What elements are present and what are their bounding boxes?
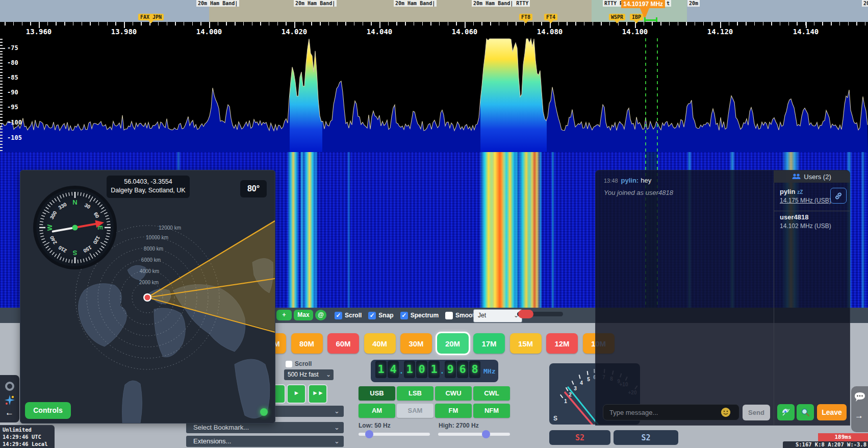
chat-toggle-rail: → bbox=[851, 386, 868, 432]
tuning-step-select[interactable]: 500 Hz fast ⌄ bbox=[284, 369, 334, 380]
checkbox-icon[interactable]: ✓ bbox=[400, 312, 408, 319]
checkbox-scroll[interactable]: ✓Scroll bbox=[335, 312, 362, 319]
mode-button-lsb[interactable]: LSB bbox=[397, 386, 433, 401]
mode-button-usb[interactable]: USB bbox=[359, 386, 395, 401]
checkbox-icon[interactable]: ✓ bbox=[368, 312, 376, 319]
scroll-checkbox[interactable]: Scroll bbox=[286, 360, 312, 367]
frequency-digit[interactable]: 6 bbox=[457, 361, 468, 378]
colormap-select[interactable]: Jet ⌄ bbox=[473, 309, 522, 322]
frequency-scale-strip[interactable]: 20m Ham Band|20m Ham Band|20m Ham Band|2… bbox=[0, 0, 868, 22]
db-axis-label: -75 bbox=[7, 44, 18, 52]
mode-button-cwl[interactable]: CWL bbox=[473, 386, 510, 401]
frequency-ruler[interactable]: 13.96013.98014.00014.02014.04014.06014.0… bbox=[0, 22, 868, 36]
waterfall-signal-streak bbox=[312, 152, 320, 308]
svg-text:1: 1 bbox=[564, 399, 567, 404]
gear-icon[interactable] bbox=[4, 381, 15, 392]
ruler-minor-tick bbox=[320, 22, 321, 26]
bookmark-ft4[interactable]: FT4 bbox=[544, 14, 557, 20]
distance-ring-label: 6000 km bbox=[141, 257, 161, 263]
band-button-40m[interactable]: 40M bbox=[364, 333, 396, 354]
filter-high-knob[interactable] bbox=[482, 430, 490, 438]
tune-step-button-2[interactable]: ►► bbox=[308, 384, 327, 404]
db-axis-tick bbox=[0, 60, 3, 61]
ruler-minor-tick bbox=[652, 22, 653, 26]
user-frequency[interactable]: 14.175 MHz (USB) bbox=[780, 197, 831, 204]
db-axis-tick bbox=[0, 87, 3, 88]
bookmark-ibp[interactable]: IBP bbox=[630, 14, 643, 20]
ruler-minor-tick bbox=[218, 22, 219, 26]
mode-button-nfm[interactable]: NFM bbox=[473, 404, 510, 418]
frequency-digit[interactable]: 1 bbox=[428, 361, 440, 378]
checkbox-spectrum[interactable]: ✓Spectrum bbox=[400, 312, 439, 319]
passband-edge-left[interactable] bbox=[644, 17, 646, 22]
frequency-digit[interactable]: 1 bbox=[404, 361, 415, 378]
checkbox-icon[interactable]: ✓ bbox=[335, 312, 342, 319]
frequency-separator[interactable]: . bbox=[399, 361, 403, 381]
band-button-15m[interactable]: 15M bbox=[510, 333, 542, 354]
tune-step-button-1[interactable]: ► bbox=[287, 384, 306, 404]
connection-status-dot bbox=[260, 408, 268, 416]
checkbox-icon[interactable] bbox=[445, 312, 453, 319]
send-button[interactable]: Send bbox=[743, 405, 770, 420]
bookmark-ft8[interactable]: FT8 bbox=[519, 14, 532, 20]
mode-button-cwu[interactable]: CWU bbox=[435, 386, 472, 401]
zoom-reset-button[interactable]: @ bbox=[315, 310, 326, 320]
passband-edge-right[interactable] bbox=[656, 17, 657, 22]
extensions-dropdown[interactable]: Extensions... ⌄ bbox=[186, 436, 344, 447]
frequency-separator[interactable]: . bbox=[440, 361, 444, 381]
zoom-in-button[interactable]: + bbox=[276, 310, 292, 320]
checkbox-snap[interactable]: ✓Snap bbox=[368, 312, 393, 319]
ruler-minor-tick bbox=[686, 22, 687, 26]
band-button-80m[interactable]: 80M bbox=[291, 333, 323, 354]
ruler-minor-tick bbox=[13, 22, 14, 26]
band-button-60m[interactable]: 60M bbox=[327, 333, 359, 354]
ruler-minor-tick bbox=[133, 22, 134, 26]
ruler-minor-tick bbox=[184, 22, 185, 26]
ruler-minor-tick bbox=[30, 22, 31, 26]
search-button[interactable] bbox=[797, 404, 814, 420]
filter-high-track[interactable] bbox=[438, 433, 510, 436]
band-button-17m[interactable]: 17M bbox=[473, 333, 505, 354]
frequency-digit[interactable]: 4 bbox=[388, 361, 399, 378]
mode-button-sam[interactable]: SAM bbox=[397, 404, 433, 418]
ruler-minor-tick bbox=[430, 22, 431, 26]
frequency-digit[interactable]: 0 bbox=[416, 361, 427, 378]
bookmark-fax-jpn[interactable]: FAX JPN bbox=[138, 14, 164, 20]
bookmark-pointer-icon bbox=[634, 20, 639, 23]
checkbox-icon[interactable] bbox=[286, 361, 292, 367]
mode-button-am[interactable]: AM bbox=[359, 404, 395, 418]
chevron-down-icon: ⌄ bbox=[334, 406, 340, 417]
chat-bubble-icon[interactable] bbox=[854, 391, 866, 403]
band-button-12m[interactable]: 12M bbox=[546, 333, 578, 354]
collapse-left-icon[interactable]: ← bbox=[5, 408, 14, 418]
frequency-digit[interactable]: 9 bbox=[445, 361, 456, 378]
distance-ring-label: 8000 km bbox=[144, 246, 163, 252]
band-button-20m[interactable]: 20M bbox=[437, 333, 469, 354]
bookmark-dropdown[interactable]: Select Bookmark... ⌄ bbox=[186, 422, 344, 433]
chat-message-input[interactable]: Type message... bbox=[603, 404, 739, 420]
tune-to-user-button[interactable] bbox=[830, 188, 847, 204]
filter-low-knob[interactable] bbox=[365, 430, 373, 438]
mode-button-fm[interactable]: FM bbox=[435, 404, 472, 418]
expand-right-icon[interactable]: → bbox=[855, 411, 863, 421]
band-button-30m[interactable]: 30M bbox=[400, 333, 432, 354]
radar-button[interactable] bbox=[777, 404, 795, 420]
spectrum-display[interactable]: -75-80-85-90-95-100-105 bbox=[0, 36, 868, 152]
frequency-digit[interactable]: 8 bbox=[469, 361, 480, 378]
ruler-minor-tick bbox=[839, 22, 840, 26]
waterfall-signal-streak bbox=[345, 152, 353, 308]
colormap-sparkle-icon[interactable] bbox=[4, 394, 15, 407]
bookmark-wspr[interactable]: WSPR bbox=[609, 14, 625, 20]
ruler-minor-tick bbox=[337, 22, 338, 26]
frequency-digit[interactable]: 1 bbox=[375, 361, 387, 378]
controls-button[interactable]: Controls bbox=[25, 402, 71, 419]
leave-button[interactable]: Leave bbox=[817, 404, 847, 420]
waterfall-brightness-knob[interactable] bbox=[518, 310, 533, 318]
frequency-display[interactable]: 14.101.968 MHz bbox=[371, 360, 498, 382]
map-panel[interactable]: 12000 km10000 km8000 km6000 km4000 km200… bbox=[20, 170, 275, 424]
svg-text:N: N bbox=[72, 198, 77, 206]
emoji-picker-button[interactable] bbox=[721, 408, 730, 417]
zoom-max-button[interactable]: Max bbox=[294, 310, 313, 320]
db-axis-tick bbox=[0, 72, 3, 73]
ruler-minor-tick bbox=[711, 22, 712, 26]
